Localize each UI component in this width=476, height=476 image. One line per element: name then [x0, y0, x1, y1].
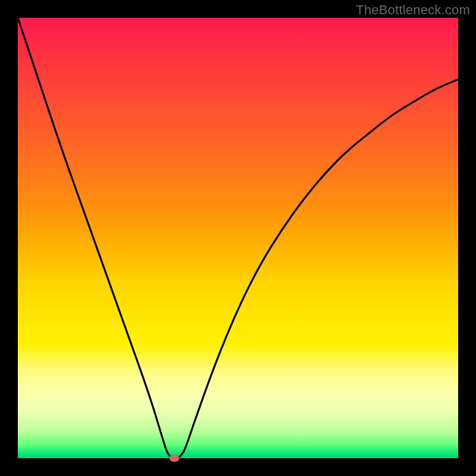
curve-svg [18, 18, 458, 458]
plot-area [18, 18, 458, 458]
bottleneck-curve [18, 18, 458, 458]
watermark-text: TheBottleneck.com [356, 2, 470, 18]
optimum-marker [170, 455, 179, 462]
chart-frame: TheBottleneck.com [0, 0, 476, 476]
